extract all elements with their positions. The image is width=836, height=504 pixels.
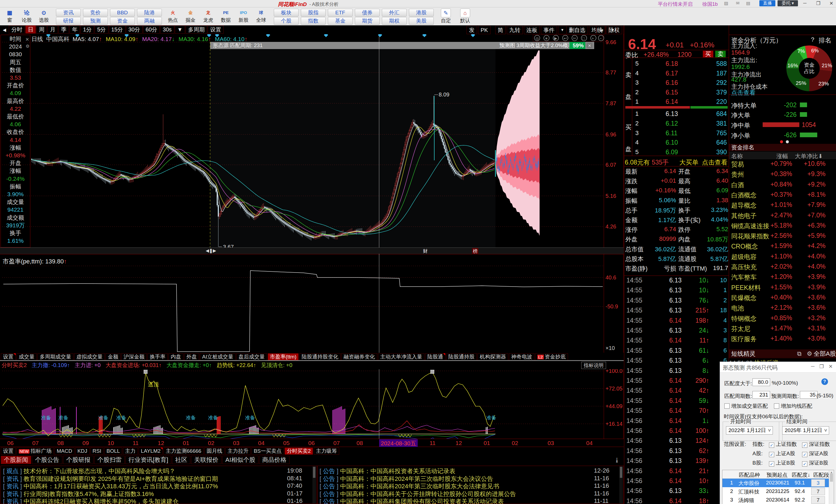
toolbar-button-债券[interactable]: 债券 [355, 9, 380, 17]
rank-name[interactable]: 超级电容 [731, 253, 757, 261]
tab-LAYLM2[interactable]: LAYLM2 [139, 447, 163, 455]
toolbar-button-指数[interactable]: 指数 [301, 17, 326, 25]
sell-button[interactable]: 卖 [715, 51, 726, 57]
period-30分[interactable]: 30分 [126, 25, 142, 34]
match-segment-button[interactable]: 7 [811, 496, 825, 504]
live-button[interactable]: 直播 [759, 0, 775, 6]
tab-换手率[interactable]: 换手率 [148, 353, 168, 361]
tab-机构探测器[interactable]: 机构探测器 [478, 353, 508, 361]
toolbar-button-研报[interactable]: 研报 [56, 17, 81, 25]
period-日[interactable]: 日 [25, 25, 36, 34]
period-30s[interactable]: 30s [160, 25, 174, 34]
indicator-help-button[interactable]: 指标说明 [581, 362, 606, 369]
match-segment-button[interactable]: 3 [811, 479, 825, 487]
download-icon[interactable]: ⭳ [614, 457, 620, 463]
range-checkbox-深证B股[interactable]: ✓深证B股 [802, 459, 828, 467]
toolbar-button-港股[interactable]: 港股 [409, 9, 434, 17]
message-icon[interactable]: ▤ [746, 1, 750, 6]
range-checkbox-上证A股[interactable]: ✓上证A股 [769, 450, 795, 457]
toolbar-pe-icon[interactable]: PE数据 [218, 8, 234, 23]
toolbar-button-资讯[interactable]: 资讯 [56, 9, 81, 17]
maximize-button[interactable]: ❐ [816, 1, 820, 6]
news-item[interactable]: [ 公告 ]中国高科：中国高科投资者关系活动记录表12-26 [320, 467, 624, 476]
toolbar-globe-icon[interactable]: 球全球 [253, 8, 269, 23]
news-tab-个股新闻[interactable]: 个股新闻 [1, 456, 31, 464]
tab-盘后成交量[interactable]: 盘后成交量 [236, 353, 267, 361]
indicator-chart[interactable]: +100.0+72.05+44.09+16.14准备准备准备准备准备准备准备准备… [0, 369, 624, 439]
news-item[interactable]: [ 资讯 ]教育强国建设规划纲要印发 2025年有望是AI+教育成果落地验证的窗… [3, 475, 317, 483]
tab-陆股通持股[interactable]: 陆股通持股 [446, 353, 477, 361]
buy-button[interactable]: 买 [703, 51, 713, 57]
col-header[interactable]: 匹配段 [813, 471, 829, 479]
back-icon[interactable]: ◀ [1, 26, 8, 34]
help-icon[interactable]: ? [821, 379, 828, 385]
tab-指标广场[interactable]: NEW指标广场 [17, 447, 54, 455]
tab-AI立桩成交量[interactable]: AI立桩成交量 [200, 353, 235, 361]
big-buy-row[interactable]: 6.08元有535手大买单点击查看 [624, 156, 729, 167]
toolbar-button-预测[interactable]: 预测 [83, 17, 108, 25]
tab-圆月线[interactable]: 圆月线 [204, 447, 225, 455]
period-15分[interactable]: 15分 [109, 25, 126, 34]
tab-BS一买卖点[interactable]: BS一买卖点 [251, 447, 284, 455]
dialog-close-icon[interactable]: ✕ [829, 364, 833, 370]
news-item[interactable]: [ 观点 ]技术分析：下山滑坡形态出现，中国高科风险会增大吗？19:08 [3, 467, 317, 476]
match-row-汇顶科技[interactable]: 2汇顶科技2023122592.47 [722, 487, 834, 496]
end-date-select[interactable]: 2025年 1月12日˅ [782, 426, 829, 434]
toolbar-home-icon[interactable]: ⌂默认 [457, 8, 473, 24]
news-tab-行业资讯[教育][interactable]: 行业资讯[教育] [126, 456, 171, 464]
news-tab-关联报价[interactable]: 关联报价 [191, 456, 222, 464]
tab-主力[interactable]: 主力 [123, 447, 138, 455]
tab-市盈率(ttm)[interactable]: 市盈率(ttm) [268, 353, 299, 361]
toolbar-ipo-icon[interactable]: IPO新股 [235, 8, 251, 23]
toolbar-forum-icon[interactable]: 论论股 [19, 8, 35, 23]
tab-主力拉升[interactable]: 主力拉升 [225, 447, 251, 455]
splitter-handle-icon[interactable]: ◀❚▶ [206, 248, 216, 253]
match-row-汤姆猫[interactable]: 3汤姆猫2023061492.27 [722, 496, 834, 504]
toolbar-window-icon[interactable]: ▦窗 [2, 8, 18, 23]
volume-match-checkbox[interactable]: 增加成交量匹配 [724, 403, 768, 410]
range-checkbox-上证B股[interactable]: ✓上证B股 [769, 459, 795, 467]
nav-九转[interactable]: 九转 [507, 26, 523, 34]
rank-name[interactable]: 医疗服务 [731, 335, 757, 343]
rank-name[interactable]: 贵州 [731, 170, 744, 179]
user-name[interactable]: 徐国1b [702, 1, 718, 7]
toolbar-button-外汇[interactable]: 外汇 [382, 9, 407, 17]
toolbar-button-板块[interactable]: 板块 [274, 9, 299, 17]
toolbar-pencil-icon[interactable]: ✎自定 [438, 8, 454, 24]
news-right-scrollbar[interactable] [619, 466, 623, 503]
match-row-大华股份[interactable]: 1大华股份2023062193.13 [722, 479, 834, 487]
news-tab-个股公告[interactable]: 个股公告 [32, 456, 62, 464]
sprite-filter-dropdown[interactable]: 全部A股 ▾ [814, 349, 836, 358]
toolbar-hot-icon[interactable]: 火热点 [165, 8, 181, 23]
toolbar-gold-icon[interactable]: 金掘金 [183, 8, 198, 23]
range-checkbox-上证指数[interactable]: ✓上证指数 [769, 441, 797, 448]
range-checkbox-深证指数[interactable]: ✓深证指数 [802, 441, 830, 448]
rank-name[interactable]: 其他电子 [731, 212, 757, 220]
tab-主力吸筹[interactable]: 主力吸筹 [314, 447, 339, 455]
tab-设置[interactable]: 设置 [1, 447, 16, 455]
tab-神奇电波[interactable]: 神奇电波 [509, 353, 534, 361]
tab-沪深金额[interactable]: 沪深金额 [121, 353, 147, 361]
period-1分[interactable]: 1分 [80, 25, 94, 34]
match-degree-input[interactable]: 80.0 [753, 379, 770, 386]
tab-分时买卖2[interactable]: 分时买卖2 [285, 447, 313, 455]
rank-col[interactable]: 大单净比⬇ [795, 152, 823, 160]
rank-name[interactable]: 电池 [731, 304, 744, 312]
period-多周期[interactable]: 多周期 [186, 25, 207, 34]
toolbar-stockpick-icon[interactable]: ⊙选股 [36, 8, 52, 23]
sprite-gear-icon[interactable]: ⚙ [807, 349, 812, 358]
nav-事件[interactable]: 事件 [541, 26, 557, 34]
period-年[interactable]: 年 [70, 25, 80, 34]
tab-内盘[interactable]: 内盘 [169, 353, 183, 361]
rank-name[interactable]: 同花顺果指数 [731, 232, 769, 240]
period-季[interactable]: 季 [58, 25, 69, 34]
news-item[interactable]: [ 公告 ]中国高科：中国高科2024年第三次临时股东大会决议公告11-16 [320, 475, 624, 483]
forecast-period-input[interactable]: 35 [800, 391, 818, 399]
toolbar-button-股指[interactable]: 股指 [301, 9, 326, 17]
tab-MACD[interactable]: MACD [55, 447, 74, 455]
nav-more-dropdown-icon[interactable]: ▼ [609, 26, 617, 34]
period-60分[interactable]: 60分 [143, 25, 160, 34]
period-▼[interactable]: ▼ [175, 25, 185, 34]
nav-next-icon[interactable]: ⇥ [596, 26, 606, 34]
rank-name[interactable]: 汽车整车 [731, 273, 757, 282]
